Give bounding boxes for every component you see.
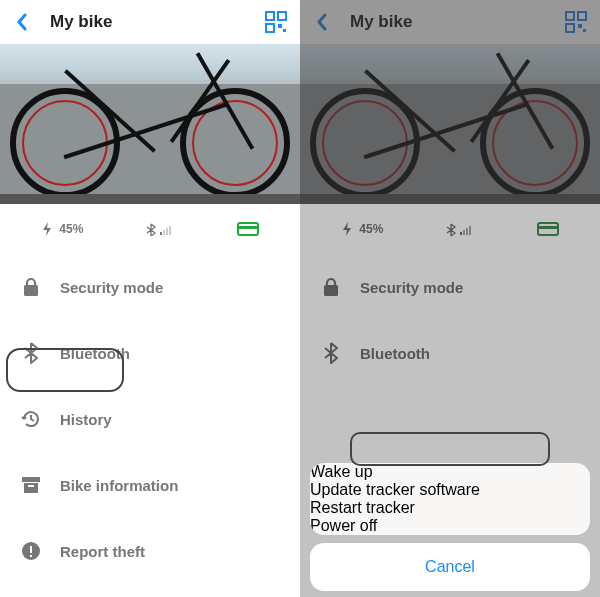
svg-rect-11: [24, 285, 38, 296]
card-icon: [237, 222, 259, 236]
sheet-update[interactable]: Update tracker software: [310, 481, 590, 499]
archive-icon: [20, 474, 42, 496]
battery-text: 45%: [59, 222, 83, 236]
back-button[interactable]: [12, 12, 32, 32]
qr-icon: [265, 11, 287, 33]
screen-left: My bike 45%: [0, 0, 300, 597]
menu-list: Security mode Bluetooth History Bike inf…: [0, 254, 300, 584]
bolt-icon: [41, 222, 53, 236]
svg-rect-0: [266, 12, 274, 20]
svg-rect-6: [163, 230, 165, 235]
menu-history[interactable]: History: [0, 386, 300, 452]
lock-icon: [20, 276, 42, 298]
history-icon: [20, 408, 42, 430]
svg-rect-12: [22, 477, 40, 482]
card-status: [237, 222, 259, 236]
sheet-power-off[interactable]: Power off: [310, 517, 590, 535]
bike-photo: [0, 44, 300, 204]
action-sheet: Wake up Update tracker software Restart …: [310, 463, 590, 591]
bluetooth-icon: [20, 342, 42, 364]
screen-right: My bike 45%: [300, 0, 600, 597]
status-bar: 45%: [0, 204, 300, 254]
menu-report-theft[interactable]: Report theft: [0, 518, 300, 584]
menu-bluetooth-label: Bluetooth: [60, 345, 130, 362]
svg-rect-10: [238, 226, 258, 229]
svg-rect-3: [278, 24, 282, 28]
svg-rect-14: [28, 485, 34, 487]
page-title: My bike: [50, 12, 112, 32]
chevron-left-icon: [15, 13, 29, 31]
menu-bike-info-label: Bike information: [60, 477, 178, 494]
battery-status: 45%: [41, 222, 83, 236]
menu-bluetooth[interactable]: Bluetooth: [0, 320, 300, 386]
svg-rect-17: [30, 555, 32, 557]
menu-report-theft-label: Report theft: [60, 543, 145, 560]
menu-bike-info[interactable]: Bike information: [0, 452, 300, 518]
svg-rect-1: [278, 12, 286, 20]
svg-rect-4: [283, 29, 286, 32]
sheet-wake[interactable]: Wake up: [310, 463, 590, 481]
svg-rect-7: [166, 228, 168, 235]
alert-icon: [20, 540, 42, 562]
sheet-cancel[interactable]: Cancel: [310, 543, 590, 591]
menu-security-label: Security mode: [60, 279, 163, 296]
bluetooth-signal-icon: [146, 221, 174, 237]
bt-signal: [146, 221, 174, 237]
svg-rect-13: [24, 483, 38, 493]
svg-rect-5: [160, 232, 162, 235]
svg-rect-16: [30, 546, 32, 553]
svg-rect-8: [169, 226, 171, 235]
svg-rect-2: [266, 24, 274, 32]
menu-history-label: History: [60, 411, 112, 428]
menu-security[interactable]: Security mode: [0, 254, 300, 320]
qr-scan-button[interactable]: [264, 10, 288, 34]
header: My bike: [0, 0, 300, 44]
sheet-restart[interactable]: Restart tracker: [310, 499, 590, 517]
